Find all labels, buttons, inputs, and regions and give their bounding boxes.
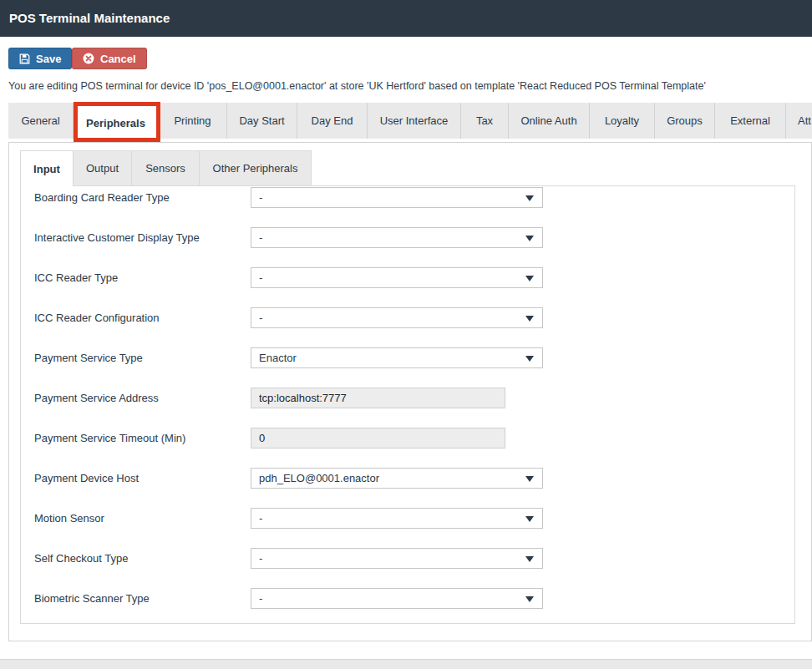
dropdown-selected-value: Enactor [259, 352, 297, 364]
sub-tab-label: Output [86, 162, 119, 175]
chevron-down-icon [525, 236, 534, 241]
tab-label: General [21, 114, 59, 127]
dropdown-selected-value: - [259, 191, 262, 204]
field-label: ICC Reader Configuration [34, 307, 251, 328]
interactive-customer-display-type-dropdown[interactable]: - [251, 227, 543, 248]
dropdown-selected-value: - [259, 312, 262, 324]
tab-external[interactable]: External [715, 103, 786, 139]
sub-tab-output[interactable]: Output [74, 150, 132, 185]
app-header: POS Terminal Maintenance [0, 0, 812, 37]
cancel-button[interactable]: Cancel [72, 48, 147, 69]
save-button[interactable]: Save [8, 48, 72, 69]
form-row: Motion Sensor- [21, 507, 794, 547]
payment-service-address-input[interactable]: tcp:localhost:7777 [251, 388, 505, 408]
sub-tab-sensors[interactable]: Sensors [132, 150, 200, 185]
chevron-down-icon [525, 316, 534, 322]
tab-day-start[interactable]: Day Start [227, 103, 297, 139]
dropdown-selected-value: - [259, 592, 262, 605]
tab-loyalty[interactable]: Loyalty [590, 103, 655, 139]
sub-tab-label: Other Peripherals [213, 162, 298, 175]
tab-label: Peripherals [86, 117, 145, 129]
field-label: Payment Service Address [34, 388, 251, 408]
dropdown-selected-value: - [259, 231, 262, 244]
editing-info-text: You are editing POS terminal for device … [8, 80, 802, 92]
sub-tab-label: Input [33, 163, 60, 175]
field-label: ICC Reader Type [34, 267, 251, 288]
form-row: Interactive Customer Display Type- [21, 226, 794, 266]
chevron-down-icon [525, 516, 534, 522]
tab-label: Day End [312, 114, 353, 127]
sub-tab-label: Sensors [145, 162, 185, 175]
tab-label: Groups [667, 114, 703, 127]
sub-tab-other-peripherals[interactable]: Other Peripherals [200, 150, 312, 185]
tab-general[interactable]: General [8, 103, 74, 139]
tab-label: User Interface [380, 114, 449, 127]
field-label: Motion Sensor [34, 508, 251, 529]
field-label: Payment Service Timeout (Min) [34, 428, 251, 449]
field-label: Boarding Card Reader Type [34, 187, 251, 208]
chevron-down-icon [525, 556, 534, 562]
chevron-down-icon [525, 195, 534, 201]
chevron-down-icon [525, 356, 534, 362]
tab-peripherals[interactable]: Peripherals [74, 103, 159, 139]
tab-tax[interactable]: Tax [461, 103, 509, 139]
tab-label: Day Start [239, 114, 284, 127]
icc-reader-type-dropdown[interactable]: - [251, 267, 543, 288]
save-button-label: Save [36, 53, 61, 65]
tab-label: Att [798, 114, 811, 127]
payment-device-host-dropdown[interactable]: pdh_ELO@0001.enactor [251, 468, 543, 489]
tab-label: External [730, 114, 770, 127]
biometric-scanner-type-dropdown[interactable]: - [251, 588, 543, 609]
tab-label: Tax [476, 114, 493, 127]
form-row: Payment Service TypeEnactor [21, 347, 794, 387]
icc-reader-configuration-dropdown[interactable]: - [251, 307, 543, 328]
tab-user-interface[interactable]: User Interface [368, 103, 461, 139]
field-label: Payment Service Type [34, 347, 251, 368]
boarding-card-reader-type-dropdown[interactable]: - [251, 187, 543, 208]
form-row: Payment Service Addresstcp:localhost:777… [21, 387, 794, 427]
main-tab-bar: GeneralPeripheralsPrintingDay StartDay E… [8, 103, 812, 139]
field-label: Biometric Scanner Type [34, 588, 251, 609]
form-row: Payment Device Hostpdh_ELO@0001.enactor [21, 467, 794, 507]
tab-day-end[interactable]: Day End [297, 103, 368, 139]
tab-label: Printing [174, 114, 211, 127]
cancel-button-label: Cancel [100, 53, 136, 65]
dropdown-selected-value: - [259, 512, 262, 525]
sub-tab-input[interactable]: Input [20, 150, 74, 186]
form-row: Self Checkout Type- [21, 547, 794, 587]
tab-label: Online Auth [520, 114, 576, 127]
form-row: ICC Reader Type- [21, 266, 794, 307]
self-checkout-type-dropdown[interactable]: - [251, 548, 543, 569]
page-title: POS Terminal Maintenance [9, 0, 170, 37]
dropdown-selected-value: pdh_ELO@0001.enactor [259, 472, 379, 484]
tab-online-auth[interactable]: Online Auth [509, 103, 590, 139]
chevron-down-icon [525, 276, 534, 281]
sub-tab-bar: InputOutputSensorsOther Peripherals [20, 150, 312, 186]
tab-att[interactable]: Att [786, 103, 812, 139]
dropdown-selected-value: - [259, 271, 262, 284]
floppy-disk-icon [19, 53, 30, 64]
payment-service-type-dropdown[interactable]: Enactor [251, 347, 543, 368]
motion-sensor-dropdown[interactable]: - [251, 508, 543, 529]
tab-label: Loyalty [605, 114, 639, 127]
dropdown-selected-value: - [259, 552, 262, 565]
tab-groups[interactable]: Groups [655, 103, 715, 139]
form-row: Payment Service Timeout (Min)0 [21, 427, 794, 467]
payment-service-timeout-min-input[interactable]: 0 [251, 428, 505, 449]
footer-strip [0, 659, 812, 669]
form-row: Biometric Scanner Type- [21, 587, 794, 627]
field-label: Self Checkout Type [34, 548, 251, 569]
field-label: Payment Device Host [34, 468, 251, 489]
peripherals-input-form: Boarding Card Reader Type-Interactive Cu… [21, 186, 794, 627]
chevron-down-icon [525, 476, 534, 482]
tab-printing[interactable]: Printing [159, 103, 227, 139]
form-row: ICC Reader Configuration- [21, 307, 794, 347]
form-row: Boarding Card Reader Type- [21, 186, 794, 226]
cancel-circle-icon [83, 53, 94, 64]
field-label: Interactive Customer Display Type [34, 227, 251, 248]
chevron-down-icon [525, 596, 534, 602]
